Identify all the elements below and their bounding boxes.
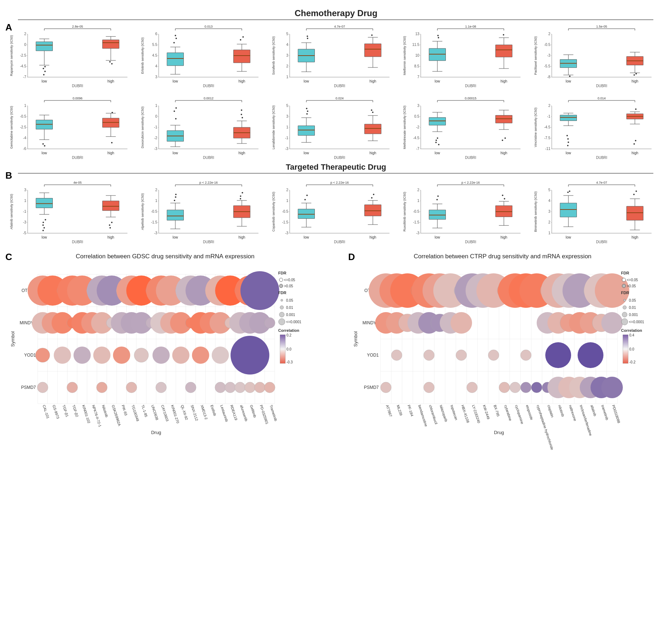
main-container <box>0 0 672 626</box>
